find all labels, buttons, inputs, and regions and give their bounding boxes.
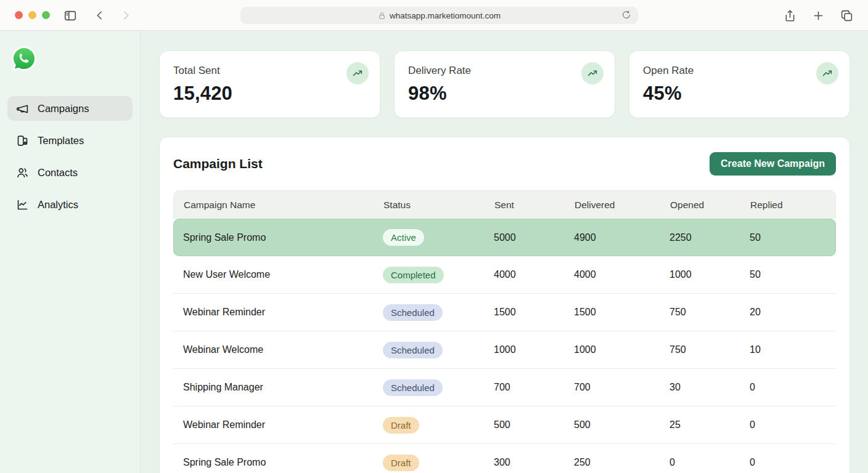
column-header-status: Status <box>383 200 494 211</box>
zoom-window-button[interactable] <box>42 11 50 19</box>
delivered-cell: 1000 <box>574 344 669 355</box>
lock-icon <box>378 12 386 20</box>
campaign-name-cell: Webinar Reminder <box>183 307 383 318</box>
column-header-sent: Sent <box>494 200 575 211</box>
new-tab-button[interactable] <box>808 5 829 26</box>
replied-cell: 10 <box>750 344 836 355</box>
megaphone-icon <box>16 102 29 115</box>
sidebar-item-label: Templates <box>38 135 84 147</box>
sent-cell: 300 <box>494 457 574 468</box>
replied-cell: 50 <box>750 232 836 243</box>
column-header-replied: Replied <box>750 200 835 211</box>
table-row[interactable]: Shipping Manager Scheduled 700 700 30 0 <box>173 369 836 406</box>
replied-cell: 20 <box>750 307 836 318</box>
minimize-window-button[interactable] <box>28 11 36 19</box>
sidebar-item-campaigns[interactable]: Campaigns <box>7 96 133 121</box>
column-header-campaign-name: Campaign Name <box>184 200 383 211</box>
window-controls <box>15 11 50 19</box>
sidebar-item-analytics[interactable]: Analytics <box>7 192 133 217</box>
table-row[interactable]: Webinar Reminder Scheduled 1500 1500 750… <box>173 294 836 331</box>
stat-value: 15,420 <box>173 83 367 105</box>
delivered-cell: 4000 <box>574 269 669 280</box>
opened-cell: 750 <box>669 307 750 318</box>
users-icon <box>16 166 29 179</box>
table-row[interactable]: Webinar Welcome Scheduled 1000 1000 750 … <box>173 331 836 369</box>
url-text: whatsapp.marketiomount.com <box>390 11 501 20</box>
campaign-name-cell: Spring Sale Promo <box>183 457 383 468</box>
status-badge: Scheduled <box>383 304 443 321</box>
status-badge: Draft <box>383 417 419 434</box>
opened-cell: 750 <box>669 344 750 355</box>
delivered-cell: 500 <box>574 419 669 431</box>
trending-up-icon <box>581 62 604 84</box>
delivered-cell: 4900 <box>574 232 669 243</box>
campaign-name-cell: New User Welcome <box>183 269 383 280</box>
stats-row: Total Sent 15,420 Delivery Rate 98% Open… <box>159 51 850 118</box>
sent-cell: 1500 <box>494 307 574 318</box>
campaign-name-cell: Shipping Manager <box>183 382 383 393</box>
table-header-row: Campaign Name Status Sent Delivered Open… <box>173 190 836 219</box>
trending-up-icon <box>816 62 838 84</box>
stat-label: Delivery Rate <box>408 65 602 77</box>
stat-value: 98% <box>408 83 602 105</box>
page-title: Campaign List <box>173 156 263 171</box>
opened-cell: 0 <box>669 457 750 468</box>
whatsapp-logo <box>11 46 37 71</box>
sent-cell: 500 <box>494 419 574 431</box>
replied-cell: 0 <box>750 382 836 393</box>
browser-toolbar: whatsapp.marketiomount.com <box>0 0 868 31</box>
stat-card-delivery-rate: Delivery Rate 98% <box>394 51 615 118</box>
campaign-name-cell: Spring Sale Promo <box>183 232 383 243</box>
stat-value: 45% <box>643 83 837 105</box>
reload-icon[interactable] <box>620 9 633 22</box>
sidebar: Campaigns Templates Contacts Analytics <box>0 31 141 473</box>
address-bar[interactable]: whatsapp.marketiomount.com <box>240 7 638 24</box>
table-row[interactable]: New User Welcome Completed 4000 4000 100… <box>173 256 836 294</box>
create-new-campaign-button[interactable]: Create New Campaign <box>710 152 836 176</box>
sent-cell: 1000 <box>494 344 574 355</box>
main-content: Total Sent 15,420 Delivery Rate 98% Open… <box>141 31 868 473</box>
stat-card-total-sent: Total Sent 15,420 <box>159 51 380 118</box>
sidebar-item-label: Campaigns <box>38 103 89 115</box>
replied-cell: 50 <box>750 269 836 280</box>
sent-cell: 700 <box>494 382 574 393</box>
table-row[interactable]: Spring Sale Promo Active 5000 4900 2250 … <box>173 219 836 256</box>
replied-cell: 0 <box>750 419 836 431</box>
tab-overview-icon[interactable] <box>836 5 857 26</box>
opened-cell: 30 <box>669 382 750 393</box>
status-badge: Active <box>383 229 424 246</box>
table-row[interactable]: Spring Sale Promo Draft 300 250 0 0 <box>173 444 836 473</box>
close-window-button[interactable] <box>15 11 23 19</box>
sidebar-nav: Campaigns Templates Contacts Analytics <box>0 96 140 217</box>
sidebar-item-contacts[interactable]: Contacts <box>7 160 133 185</box>
sidebar-item-label: Contacts <box>38 167 78 179</box>
status-badge: Completed <box>383 267 444 283</box>
opened-cell: 25 <box>669 419 750 431</box>
sent-cell: 4000 <box>494 269 574 280</box>
replied-cell: 0 <box>750 457 836 468</box>
table-row[interactable]: Webinar Reminder Draft 500 500 25 0 <box>173 406 836 444</box>
trending-up-icon <box>346 62 369 84</box>
forward-button[interactable] <box>115 5 136 26</box>
sidebar-item-label: Analytics <box>38 199 78 211</box>
line-chart-icon <box>16 198 29 211</box>
opened-cell: 2250 <box>669 232 750 243</box>
campaign-list-panel: Campaign List Create New Campaign Campai… <box>159 137 850 473</box>
sidebar-toggle-icon[interactable] <box>60 5 81 26</box>
status-badge: Scheduled <box>383 342 443 358</box>
campaign-name-cell: Webinar Welcome <box>183 344 383 355</box>
sidebar-item-templates[interactable]: Templates <box>7 128 133 153</box>
delivered-cell: 1500 <box>574 307 669 318</box>
status-badge: Scheduled <box>383 379 443 396</box>
back-button[interactable] <box>89 5 110 26</box>
stat-label: Open Rate <box>643 65 837 77</box>
campaign-name-cell: Webinar Reminder <box>183 419 383 431</box>
share-icon[interactable] <box>779 5 800 26</box>
campaign-table: Campaign Name Status Sent Delivered Open… <box>173 190 836 473</box>
stat-card-open-rate: Open Rate 45% <box>629 51 850 118</box>
delivered-cell: 250 <box>574 457 669 468</box>
templates-icon <box>16 134 29 147</box>
sent-cell: 5000 <box>494 232 574 243</box>
opened-cell: 1000 <box>669 269 750 280</box>
column-header-delivered: Delivered <box>575 200 670 211</box>
